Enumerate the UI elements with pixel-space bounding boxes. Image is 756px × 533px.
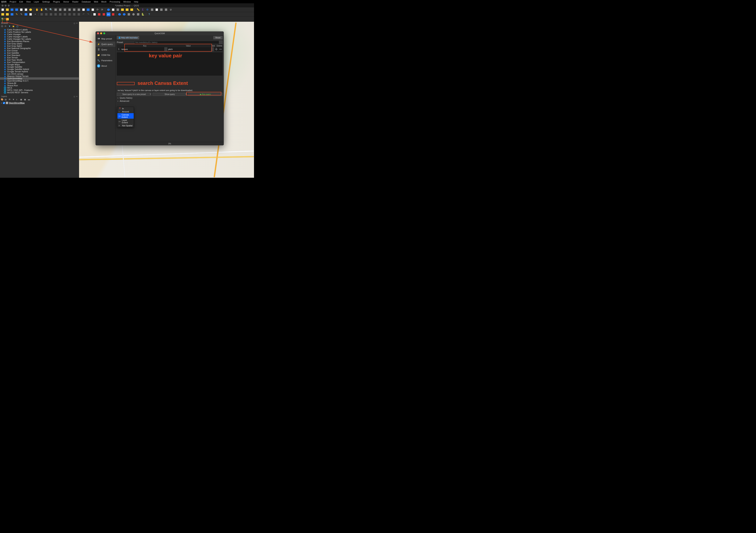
browser-add-icon[interactable]: ➕ — [1, 25, 4, 28]
menu-vector[interactable]: Vector — [63, 1, 69, 3]
style-manager-icon[interactable] — [29, 8, 33, 12]
layout-manager-icon[interactable] — [24, 8, 28, 12]
zoom-native-icon[interactable] — [68, 8, 71, 12]
zoom-in-icon[interactable]: 🔍 — [44, 8, 48, 12]
zoom-out-icon[interactable]: 🔍 — [49, 8, 53, 12]
zoom-window-icon[interactable] — [8, 5, 10, 7]
layers-collapse-icon[interactable]: ▣ — [24, 98, 27, 101]
kv-delete-button[interactable]: ➖ — [218, 47, 223, 51]
dialog-minimize-icon[interactable] — [100, 32, 102, 34]
browser-item[interactable]: ▦Carto Voyager — [0, 33, 79, 36]
zoom-selection-icon[interactable] — [58, 8, 62, 12]
browser-item[interactable]: ▦Google Maps — [0, 63, 79, 66]
layers-visibility-icon[interactable]: 👁 — [9, 98, 11, 101]
advanced-toggle[interactable]: Advanced — [116, 99, 224, 102]
help-toolbar-icon[interactable]: ? — [147, 13, 151, 16]
sidebar-item-about[interactable]: ℹAbout — [95, 63, 116, 69]
undo-icon[interactable]: ↶ — [82, 13, 85, 16]
layers-tree[interactable]: ▸ OpenStreetMap — [0, 101, 79, 104]
browser-item[interactable]: ▦OpenStreetMap H.O.T. — [0, 80, 79, 82]
digi-6-icon[interactable] — [63, 13, 67, 16]
extent-option-not-spatial[interactable]: ≡Not Spatial — [118, 124, 134, 127]
browser-item[interactable]: ▦Lex 2019 canopy — [0, 73, 79, 75]
quickosm-titlebar[interactable]: QuickOSM — [95, 31, 224, 35]
map-tips-icon[interactable] — [150, 8, 154, 12]
browser-item[interactable]: ▦Google Terrain Hybrid — [0, 70, 79, 73]
digi-1-icon[interactable] — [40, 13, 43, 16]
kv-add-button[interactable]: ➕ — [214, 47, 218, 51]
browser-item[interactable]: ▦Esri Satellite — [0, 52, 79, 54]
plugin-mmqgis-icon[interactable] — [93, 13, 96, 16]
extent-option-canvas-extent[interactable]: ▭Canvas Extent — [118, 113, 134, 119]
browser-item[interactable]: ▦Strava All — [0, 82, 79, 84]
browser-detach-icon[interactable]: ◱ — [74, 22, 75, 24]
identify-icon[interactable] — [107, 8, 110, 12]
layers-close-icon[interactable]: ✕ — [76, 96, 78, 98]
sidebar-item-quick-query[interactable]: ⚡Quick query — [95, 42, 116, 47]
edit-multi-icon[interactable]: ✎ — [19, 13, 23, 16]
open-table-icon[interactable] — [111, 8, 115, 12]
browser-item[interactable]: ▦Esri Ocean — [0, 49, 79, 52]
menu-qgis[interactable]: QGIS — [1, 1, 7, 3]
select-features-icon[interactable] — [121, 8, 124, 12]
sidebar-item-query[interactable]: 🗄Query — [95, 47, 116, 52]
browser-item[interactable]: ▦Esri Terrain — [0, 56, 79, 59]
menu-settings[interactable]: Settings — [42, 1, 50, 3]
browser-item[interactable]: ▦Carto Voyager No Labels — [0, 38, 79, 40]
browser-item[interactable]: ▦Esri Gray (light) — [0, 45, 79, 47]
save-as-icon[interactable] — [15, 8, 18, 12]
stats-icon[interactable]: Σ — [141, 8, 145, 12]
no-action-icon[interactable]: ⊘ — [169, 8, 173, 12]
dialog-zoom-icon[interactable] — [103, 32, 105, 34]
create-layer-icon[interactable] — [29, 13, 33, 16]
sidebar-item-osm-file[interactable]: 📁OSM File — [95, 52, 116, 58]
layer-row[interactable]: ▸ OpenStreetMap — [0, 101, 79, 104]
preset-dropdown-icon[interactable] — [219, 41, 223, 44]
zoom-full-icon[interactable] — [54, 8, 58, 12]
digi-5-icon[interactable] — [58, 13, 62, 16]
plugin-blue3-icon[interactable] — [127, 13, 131, 16]
layer-toolbar-icon[interactable] — [1, 13, 5, 16]
extent-dropdown-menu[interactable]: 📍In○Around▭Canvas Extent▭Layer Extent≡No… — [117, 107, 134, 127]
browser-item[interactable]: ▦Carto Positron Labels — [0, 28, 79, 31]
zoom-next-icon[interactable] — [77, 8, 81, 12]
browser-item[interactable]: 🌐WCS — [0, 87, 79, 89]
plugin-red-icon[interactable] — [97, 13, 101, 16]
layer-toolbar-2-icon[interactable] — [5, 13, 9, 16]
layers-style-icon[interactable]: 🎨 — [1, 98, 4, 101]
browser-close-icon[interactable]: ✕ — [76, 22, 78, 24]
browser-item[interactable]: ▦Esri Transportation — [0, 61, 79, 63]
refresh-auto-icon[interactable]: ⟳ — [100, 8, 104, 12]
plugin-car-icon[interactable] — [136, 13, 140, 16]
browser-filter-icon[interactable]: ▼ — [9, 25, 11, 28]
browser-item[interactable]: ▦Mapzen Global Terrain — [0, 75, 79, 77]
digi-3-icon[interactable] — [49, 13, 53, 16]
browser-item[interactable]: 🌐ArcGIS REST Servers — [0, 91, 79, 94]
plugin-blue2-icon[interactable] — [122, 13, 126, 16]
menu-plugins[interactable]: Plugins — [53, 1, 60, 3]
measure-icon[interactable]: 📏 — [136, 8, 140, 12]
browser-properties-icon[interactable]: ⓘ — [16, 25, 19, 28]
browser-item[interactable]: ▦Google Satellite Hybrid — [0, 68, 79, 70]
menu-project[interactable]: Project — [10, 1, 16, 3]
plugin-abc-icon[interactable]: abc — [107, 13, 110, 16]
plugin-blue1-icon[interactable] — [118, 13, 122, 16]
browser-item[interactable]: ▦Esri Standard — [0, 54, 79, 56]
field-calc-icon[interactable] — [116, 8, 120, 12]
kv-value-input[interactable] — [167, 47, 211, 51]
digi-8-icon[interactable] — [72, 13, 76, 16]
browser-item[interactable]: ▦Esri Boundaries Places — [0, 40, 79, 42]
decorations-icon[interactable] — [159, 8, 163, 12]
new-bookmark-icon[interactable] — [86, 8, 90, 12]
layers-filter-icon[interactable]: ▼ — [13, 98, 15, 101]
zoom-layer-icon[interactable] — [63, 8, 67, 12]
show-query-button[interactable]: Show query▾ — [152, 93, 187, 96]
menu-raster[interactable]: Raster — [72, 1, 78, 3]
traffic-lights[interactable] — [0, 5, 10, 7]
browser-tree[interactable]: ▦Carto Positron Labels▦Carto Positron No… — [0, 28, 79, 95]
new-project-icon[interactable] — [1, 8, 5, 12]
edit-pencil-icon[interactable]: ✎ — [15, 13, 18, 16]
kv-value-dropdown-icon[interactable] — [211, 47, 214, 51]
reset-button[interactable]: Reset — [213, 36, 223, 39]
browser-item[interactable]: ▦Esri Gray (dark) — [0, 42, 79, 45]
